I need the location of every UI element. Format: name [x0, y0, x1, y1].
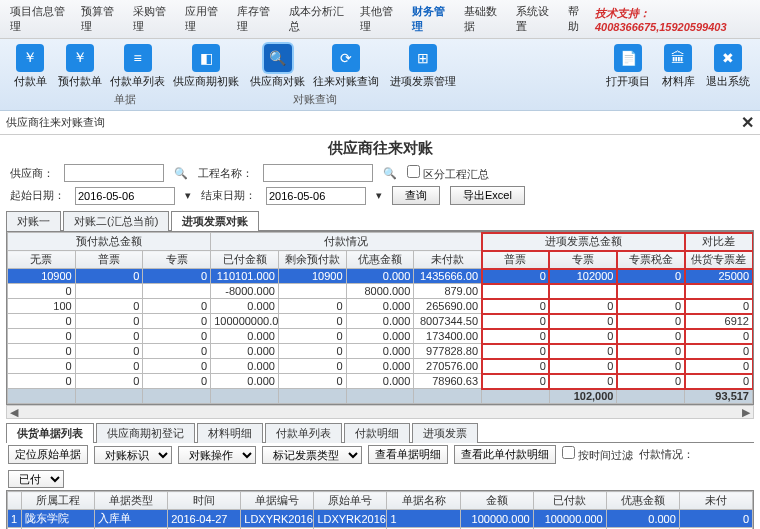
- col-header[interactable]: 专票: [143, 251, 211, 269]
- table-row[interactable]: 0000.00000.000977828.800000: [8, 344, 753, 359]
- export-button[interactable]: 导出Excel: [450, 186, 525, 205]
- table-row[interactable]: 1陇东学院入库单2016-04-27LDXYRK20160427001LDXYR…: [8, 510, 753, 528]
- supplier-label: 供应商：: [10, 166, 54, 181]
- filter2: 定位原始单据 对账标识 对账操作 标记发票类型 查看单据明细 查看此单付款明细 …: [0, 443, 760, 490]
- col-header[interactable]: 供货专票差: [685, 251, 753, 269]
- tab[interactable]: 材料明细: [197, 423, 263, 443]
- col-header[interactable]: 单据名称: [387, 492, 460, 510]
- table-row[interactable]: 100000.00000.000265690.000000: [8, 299, 753, 314]
- table-row[interactable]: 1090000110101.000109000.0001435666.00010…: [8, 269, 753, 284]
- menu-item[interactable]: 基础数据: [458, 2, 508, 36]
- col-group: 对比差: [685, 233, 753, 251]
- col-header[interactable]: 未付: [679, 492, 752, 510]
- pay-icon: ￥: [16, 44, 44, 72]
- paylist-icon: ≡: [124, 44, 152, 72]
- col-header[interactable]: 原始单号: [314, 492, 387, 510]
- col-header[interactable]: 已付金额: [211, 251, 279, 269]
- supplier-recon-button[interactable]: 🔍供应商对账: [246, 42, 309, 91]
- tab[interactable]: 供应商期初登记: [96, 423, 195, 443]
- locate-button[interactable]: 定位原始单据: [8, 445, 88, 464]
- tb-group-docs: ￥付款单￥预付款单≡付款单列表◧供应商期初账单据: [6, 42, 243, 107]
- hscroll[interactable]: ◀▶: [6, 405, 754, 419]
- tab[interactable]: 对账一: [6, 211, 61, 231]
- menu-item[interactable]: 库存管理: [231, 2, 281, 36]
- filter-row-2: 起始日期： ▾ 结束日期： ▾ 查询 导出Excel: [0, 184, 760, 207]
- view-detail-button[interactable]: 查看单据明细: [368, 445, 448, 464]
- close-icon[interactable]: ✕: [741, 113, 754, 132]
- tb-group-misc: ⊞进项发票管理: [386, 42, 460, 91]
- col-header[interactable]: 已付款: [533, 492, 606, 510]
- split-check[interactable]: 区分工程汇总: [407, 165, 489, 182]
- dropdown-icon[interactable]: ▾: [376, 189, 382, 202]
- menu-item[interactable]: 系统设置: [510, 2, 560, 36]
- col-header[interactable]: 优惠金额: [606, 492, 679, 510]
- end-label: 结束日期：: [201, 188, 256, 203]
- supplier-input[interactable]: [64, 164, 164, 182]
- invoice-mgmt-button[interactable]: ⊞进项发票管理: [386, 42, 460, 91]
- exit-icon: ✖: [714, 44, 742, 72]
- paid-select[interactable]: 已付: [8, 470, 64, 488]
- col-header[interactable]: 专票: [549, 251, 617, 269]
- end-date-input[interactable]: [266, 187, 366, 205]
- menu-item[interactable]: 帮助: [562, 2, 593, 36]
- col-header[interactable]: 普票: [482, 251, 550, 269]
- menu-item[interactable]: 项目信息管理: [4, 2, 73, 36]
- open-project-icon: 📄: [614, 44, 642, 72]
- col-header[interactable]: 时间: [168, 492, 241, 510]
- begbal-icon: ◧: [192, 44, 220, 72]
- tech-support-text: 技术支持：4008366675,15920599403: [595, 6, 756, 33]
- menu-item[interactable]: 财务管理: [406, 2, 456, 36]
- table-row[interactable]: 0000.00000.00078960.630000: [8, 374, 753, 389]
- recon-query-button[interactable]: ⟳往来对账查询: [309, 42, 383, 91]
- col-header[interactable]: 剩余预付款: [278, 251, 346, 269]
- col-header[interactable]: 无票: [8, 251, 76, 269]
- start-date-input[interactable]: [75, 187, 175, 205]
- col-group: 预付款总金额: [8, 233, 211, 251]
- menu-item[interactable]: 采购管理: [127, 2, 177, 36]
- lower-grid[interactable]: 所属工程单据类型时间单据编号原始单号单据名称金额已付款优惠金额未付1陇东学院入库…: [6, 490, 754, 529]
- inv-select[interactable]: 标记发票类型: [262, 446, 362, 464]
- col-header[interactable]: 单据编号: [241, 492, 314, 510]
- dropdown-icon[interactable]: ▾: [185, 189, 191, 202]
- menu-item[interactable]: 应用管理: [179, 2, 229, 36]
- table-row[interactable]: 0000.00000.000173400.000000: [8, 329, 753, 344]
- begbal-button[interactable]: ◧供应商期初账: [169, 42, 243, 91]
- col-header[interactable]: 普票: [75, 251, 143, 269]
- open-project-button[interactable]: 📄打开项目: [602, 42, 654, 91]
- tab[interactable]: 进项发票: [412, 423, 478, 443]
- supplier-recon-icon: 🔍: [264, 44, 292, 72]
- exit-button[interactable]: ✖退出系统: [702, 42, 754, 91]
- tab[interactable]: 付款明细: [344, 423, 410, 443]
- upper-tabs: 对账一对账二(汇总当前)进项发票对账: [6, 210, 754, 231]
- mark-select[interactable]: 对账标识: [94, 446, 172, 464]
- col-header[interactable]: 金额: [460, 492, 533, 510]
- bytime-check[interactable]: 按时间过滤: [562, 446, 633, 463]
- col-header[interactable]: 专票税金: [617, 251, 685, 269]
- tab[interactable]: 进项发票对账: [171, 211, 259, 231]
- menu-item[interactable]: 成本分析汇总: [283, 2, 352, 36]
- op-select[interactable]: 对账操作: [178, 446, 256, 464]
- col-header[interactable]: 优惠金额: [346, 251, 414, 269]
- table-row[interactable]: 0-8000.0008000.000879.00: [8, 284, 753, 299]
- col-header[interactable]: 未付款: [414, 251, 482, 269]
- query-button[interactable]: 查询: [392, 186, 440, 205]
- tab[interactable]: 供货单据列表: [6, 423, 94, 443]
- project-pick-icon[interactable]: 🔍: [383, 167, 397, 180]
- col-header[interactable]: 单据类型: [95, 492, 168, 510]
- prepay-button[interactable]: ￥预付款单: [54, 42, 106, 91]
- paid-label: 付款情况：: [639, 447, 694, 462]
- table-row[interactable]: 000100000000.00000.0008007344.500006912: [8, 314, 753, 329]
- pay-button[interactable]: ￥付款单: [6, 42, 54, 91]
- menu-item[interactable]: 预算管理: [75, 2, 125, 36]
- material-button[interactable]: 🏛材料库: [654, 42, 702, 91]
- view-pay-button[interactable]: 查看此单付款明细: [454, 445, 556, 464]
- paylist-button[interactable]: ≡付款单列表: [106, 42, 169, 91]
- project-input[interactable]: [263, 164, 373, 182]
- table-row[interactable]: 0000.00000.000270576.000000: [8, 359, 753, 374]
- tab[interactable]: 对账二(汇总当前): [63, 211, 169, 231]
- col-header[interactable]: 所属工程: [22, 492, 95, 510]
- supplier-pick-icon[interactable]: 🔍: [174, 167, 188, 180]
- tab[interactable]: 付款单列表: [265, 423, 342, 443]
- upper-grid[interactable]: 预付款总金额付款情况进项发票总金额对比差无票普票专票已付金额剩余预付款优惠金额未…: [6, 231, 754, 405]
- menu-item[interactable]: 其他管理: [354, 2, 404, 36]
